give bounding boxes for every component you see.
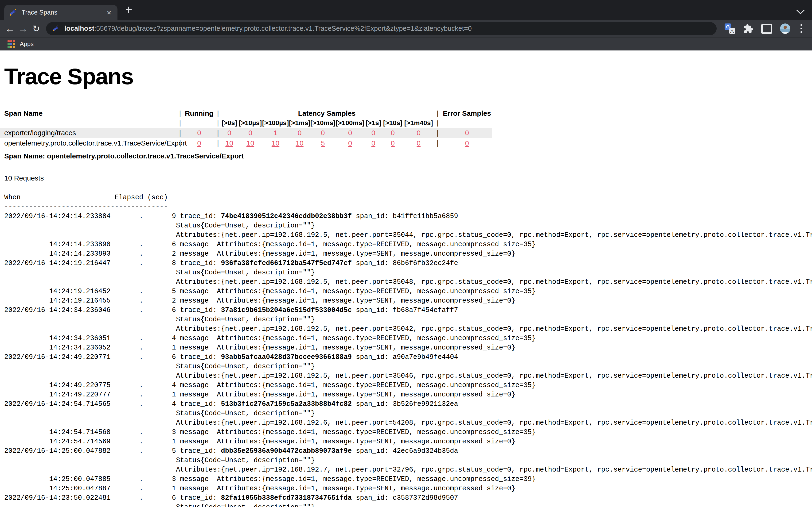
count-cell: 0 — [403, 129, 434, 137]
latency-sample-count-link[interactable]: 0 — [321, 129, 325, 136]
latency-bucket-header-row: ||[>0s][>10µs][>100µs][>1ms][>10ms][>100… — [0, 117, 492, 128]
latency-sample-count-link[interactable]: 10 — [247, 139, 254, 147]
latency-sample-count-link[interactable]: 0 — [371, 129, 375, 136]
browser-tabstrip: Trace Spans × + — [0, 0, 812, 20]
opentelemetry-telescope-icon — [9, 8, 17, 16]
apps-label: Apps — [20, 40, 34, 48]
latency-sample-count-link[interactable]: 0 — [417, 139, 420, 147]
count-cell: 0 — [442, 129, 492, 137]
count-cell: 0 — [382, 129, 403, 137]
column-separator: | — [434, 129, 442, 137]
running-count-link[interactable]: 0 — [197, 139, 201, 147]
summary-table-header: Span Name | Running | Latency Samples | … — [0, 107, 492, 117]
trace-id-value: 936fa38fcfed661712ba547f5ed747cf — [221, 260, 352, 267]
span-name-cell: exporter/logging/traces — [0, 129, 178, 137]
tab-close-icon[interactable]: × — [104, 8, 114, 17]
apps-shortcut[interactable]: Apps — [7, 40, 34, 48]
site-favicon-telescope-icon — [52, 25, 59, 32]
count-cell: 0 — [182, 129, 216, 137]
count-cell: 5 — [310, 139, 336, 147]
latency-bucket-label: [>10µs] — [239, 119, 262, 128]
empty-cell — [182, 127, 216, 128]
google-translate-icon[interactable]: G 文 — [725, 23, 735, 34]
latency-bucket-label: [>1ms] — [289, 119, 310, 128]
latency-bucket-label: [>0s] — [220, 119, 239, 128]
request-count: 10 Requests — [4, 174, 812, 182]
empty-cell — [442, 127, 492, 128]
reload-button[interactable]: ↻ — [30, 24, 43, 34]
latency-sample-count-link[interactable]: 0 — [348, 139, 352, 147]
count-cell: 0 — [403, 139, 434, 147]
span-name-cell: opentelemetry.proto.collector.trace.v1.T… — [0, 139, 178, 147]
latency-bucket-label: [>100µs] — [262, 119, 289, 128]
column-separator: | — [216, 129, 220, 137]
tracez-page: Trace Spans Span Name | Running | Latenc… — [0, 50, 812, 507]
latency-sample-count-link[interactable]: 0 — [391, 129, 395, 136]
count-cell: 0 — [182, 139, 216, 147]
translate-glyph-badge: 文 — [729, 28, 735, 34]
profile-avatar[interactable] — [780, 23, 791, 34]
column-separator: | — [216, 109, 220, 117]
url-text: localhost:55679/debug/tracez?zspanname=o… — [64, 25, 472, 33]
column-separator: | — [434, 119, 442, 128]
latency-sample-count-link[interactable]: 0 — [371, 139, 375, 147]
count-cell: 0 — [336, 139, 365, 147]
latency-sample-count-link[interactable]: 0 — [298, 129, 302, 136]
latency-sample-count-link[interactable]: 10 — [225, 139, 233, 147]
trace-id-value: 37a81c9b615b204a6e515df533004d5c — [221, 306, 352, 314]
tab-search-chevron-icon[interactable] — [796, 6, 805, 14]
count-cell: 0 — [336, 129, 365, 137]
toolbar-extensions-area: G 文 — [717, 23, 812, 34]
header-span-name: Span Name — [0, 109, 178, 117]
latency-bucket-label: [>10ms] — [310, 119, 336, 128]
count-cell: 0 — [289, 129, 310, 137]
latency-sample-count-link[interactable]: 10 — [271, 139, 280, 147]
browser-toolbar: ← → ↻ localhost:55679/debug/tracez?zspan… — [0, 20, 812, 37]
count-cell: 1 — [262, 129, 289, 137]
address-bar[interactable]: localhost:55679/debug/tracez?zspanname=o… — [46, 22, 717, 35]
error-sample-count-link[interactable]: 0 — [465, 129, 469, 136]
trace-id-value: 82fa11055b338efcd733187347651fda — [221, 494, 352, 502]
count-cell: 0 — [239, 129, 262, 137]
trace-id-value: 74be418390512c42346cddb02e38bb3f — [221, 213, 352, 220]
forward-button[interactable]: → — [16, 24, 30, 34]
running-count-link[interactable]: 0 — [197, 129, 201, 136]
latency-sample-count-link[interactable]: 0 — [227, 129, 232, 136]
latency-bucket-label: [>100ms] — [336, 119, 365, 128]
bookmarks-bar: Apps — [0, 37, 812, 50]
latency-sample-count-link[interactable]: 1 — [273, 129, 277, 136]
count-cell: 0 — [442, 139, 492, 147]
latency-sample-count-link[interactable]: 0 — [417, 129, 420, 136]
header-latency-samples: Latency Samples — [220, 109, 434, 117]
column-separator: | — [178, 119, 182, 128]
column-separator: | — [178, 129, 182, 137]
browser-tab[interactable]: Trace Spans × — [4, 5, 117, 20]
column-separator: | — [434, 139, 442, 147]
apps-grid-icon — [7, 40, 15, 48]
count-cell: 10 — [239, 139, 262, 147]
browser-menu-icon[interactable] — [798, 24, 804, 33]
side-panel-icon[interactable] — [761, 24, 772, 34]
latency-sample-count-link[interactable]: 0 — [391, 139, 395, 147]
tab-title: Trace Spans — [21, 9, 104, 16]
selected-span-name: Span Name: opentelemetry.proto.collector… — [4, 152, 812, 160]
page-title: Trace Spans — [0, 50, 812, 90]
count-cell: 0 — [365, 139, 382, 147]
count-cell: 0 — [382, 139, 403, 147]
error-sample-count-link[interactable]: 0 — [465, 139, 469, 147]
latency-bucket-label: [>1m40s] — [403, 119, 434, 128]
latency-sample-count-link[interactable]: 0 — [348, 129, 352, 136]
summary-table-row: exporter/logging/traces|0|001000000|0 — [0, 128, 492, 138]
extensions-puzzle-icon[interactable] — [743, 23, 753, 34]
latency-sample-count-link[interactable]: 5 — [321, 139, 325, 147]
new-tab-button[interactable]: + — [123, 3, 135, 17]
column-separator: | — [434, 109, 442, 117]
latency-sample-count-link[interactable]: 0 — [248, 129, 252, 136]
trace-id-value: dbb35e25936a90b4472cabb89073af9e — [221, 447, 352, 455]
latency-sample-count-link[interactable]: 10 — [296, 139, 303, 147]
back-button[interactable]: ← — [3, 24, 16, 34]
trace-log: When Elapsed (sec) ---------------------… — [4, 193, 812, 507]
count-cell: 0 — [310, 129, 336, 137]
latency-bucket-label: [>1s] — [365, 119, 382, 128]
count-cell: 10 — [289, 139, 310, 147]
